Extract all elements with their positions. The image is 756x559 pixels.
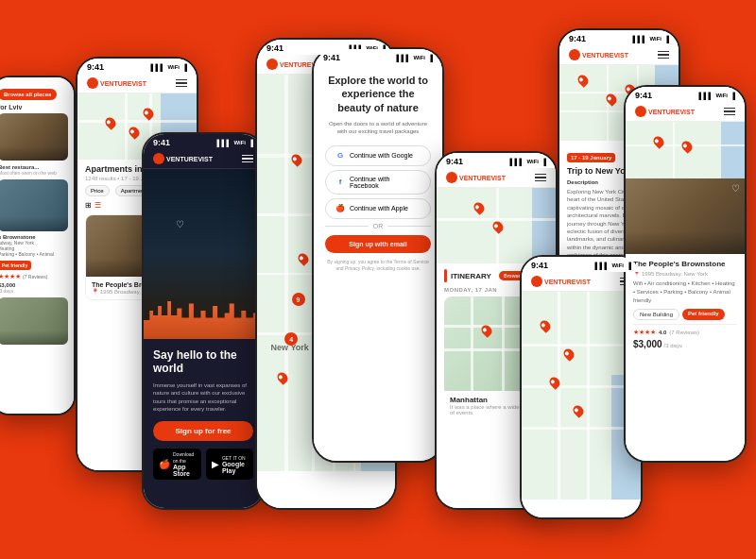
- status-time-4: 9:41: [266, 43, 284, 53]
- map-pin-2: [127, 125, 142, 140]
- hotel9-pin-2: [679, 139, 695, 154]
- map8-pin-1: [538, 318, 553, 333]
- view-toggle[interactable]: ⊞ ☰: [85, 201, 101, 210]
- hotel9-amenities: Wifi • Air conditioning • Kitchen • Heat…: [633, 280, 737, 305]
- hotel9-reviews: (7 Reviews): [669, 330, 699, 335]
- map-pin-3: [141, 106, 156, 121]
- hotel9-pin: [651, 134, 666, 149]
- date-badge: 17 - 19 January: [567, 153, 615, 162]
- subtitle: Immerse yourself in vast expanses of nat…: [153, 381, 253, 414]
- google-play-badge[interactable]: ▶ GET IT ON Google Play: [206, 449, 253, 480]
- hamburger-menu[interactable]: [176, 79, 187, 88]
- signup-cta-button[interactable]: Sign up for free: [153, 421, 253, 441]
- map-pin-it-1: [472, 200, 487, 215]
- auth-headline: Explore the world to experience the beau…: [325, 74, 431, 114]
- google-login-button[interactable]: G Continue with Google: [325, 145, 431, 166]
- logo-3: VENTUREVIST: [153, 153, 213, 164]
- hotel9-stars: ★★★★: [633, 329, 656, 336]
- logo: VENTUREVIST: [87, 77, 146, 89]
- pet-friendly-badge: Pet friendly: [0, 261, 31, 270]
- or-divider: OR: [325, 223, 431, 229]
- status-time-7: 9:41: [569, 34, 586, 43]
- logo-6: VENTUREVIST: [446, 172, 506, 183]
- hotel9-period: /3 days: [664, 343, 682, 348]
- favorite-icon[interactable]: ♡: [176, 219, 184, 229]
- hotel9-name: The People's Brownstone: [633, 260, 737, 268]
- email-signup-button[interactable]: Sign up with email: [325, 235, 431, 253]
- favorite-icon-9[interactable]: ♡: [731, 183, 740, 194]
- map-pin-it-2: [490, 219, 506, 234]
- most-often-label: Most often-seen on the web: [0, 170, 68, 176]
- period-partial: /3 days: [0, 288, 68, 294]
- logo-7: VENTUREVIST: [569, 49, 628, 60]
- itinerary-section: ITINERARY: [451, 272, 491, 280]
- map8-pin-4: [571, 403, 586, 418]
- terms-text: By signing up, you agree to the Terms of…: [325, 259, 431, 272]
- hotel9-rating: 4.0: [659, 330, 666, 335]
- hotel9-address: 📍1995 Broadway, New York: [633, 270, 737, 277]
- price-filter[interactable]: Price: [85, 185, 110, 196]
- google-icon: G: [335, 151, 345, 161]
- status-time: 9:41: [87, 62, 104, 72]
- hamburger-3[interactable]: [242, 155, 253, 163]
- star-icon: ★★★★: [0, 273, 21, 280]
- map-pin-1: [103, 115, 118, 130]
- status-icons-9: ▌▌▌ WiFi ▐: [699, 93, 735, 99]
- status-icons-8: ▌▌▌ WiFi ▐: [595, 263, 631, 269]
- hamburger-7[interactable]: [658, 51, 669, 59]
- map8-pin-2: [561, 347, 576, 362]
- status-time-3: 9:41: [153, 138, 170, 147]
- browse-all-places-button[interactable]: Browse all places: [0, 89, 57, 100]
- hamburger-6[interactable]: [535, 174, 546, 182]
- status-icons-6: ▌▌▌ WiFi ▐: [510, 159, 546, 165]
- phone-browse: Browse all places for Lviv Best restaura…: [0, 76, 76, 415]
- logo-9: VENTUREVIST: [635, 106, 695, 117]
- phone-hotel-detail: 9:41 ▌▌▌ WiFi ▐ VENTUREVIST: [624, 85, 747, 463]
- map-pin-c: [296, 251, 311, 266]
- status-time-6: 9:41: [446, 157, 463, 166]
- headline: Say hello to the world: [153, 348, 253, 376]
- status-icons-3: ▌▌▌ WiFi ▐: [217, 140, 253, 146]
- status-time-9: 9:41: [635, 91, 652, 100]
- lviv-label: for Lviv: [0, 104, 68, 110]
- status-icons-5: ▌▌▌ WiFi ▐: [397, 55, 433, 61]
- map-pin-numbered: 9: [292, 293, 305, 306]
- status-icons: ▌▌▌ WiFi ▐: [151, 64, 187, 71]
- parking-label: Parking • Balcony • Animal: [0, 251, 68, 257]
- pet-friendly-btn: Pet friendly: [682, 309, 725, 320]
- phone-signup: 9:41 ▌▌▌ WiFi ▐ Explore the world to exp…: [312, 47, 444, 463]
- auth-subtext: Open the doors to a world of adventure w…: [325, 120, 431, 136]
- status-time-8: 9:41: [531, 261, 548, 270]
- trip-pin-1: [576, 73, 591, 88]
- hotel-image-container: ♡: [626, 178, 745, 254]
- hamburger-9[interactable]: [724, 108, 735, 116]
- apple-login-button[interactable]: 🍎 Continue with Apple: [325, 198, 431, 219]
- new-building-badge: New Building: [633, 309, 679, 320]
- status-time-5: 9:41: [323, 53, 340, 62]
- phone-say-hello: 9:41 ▌▌▌ WiFi ▐ VENTUREVIST Say hello to…: [142, 132, 265, 510]
- facebook-icon: f: [335, 178, 345, 187]
- status-icons-7: ▌▌▌ WiFi ▐: [633, 36, 669, 42]
- hotel9-price: $3,000: [633, 339, 662, 349]
- apple-icon: 🍎: [335, 204, 345, 213]
- app-store-badge[interactable]: 🍎 Download on the App Store: [153, 449, 201, 480]
- reviews-partial: (7 Reviews): [23, 274, 47, 280]
- logo-8: VENTUREVIST: [531, 276, 591, 287]
- facebook-login-button[interactable]: f Continue with Facebook: [325, 170, 431, 195]
